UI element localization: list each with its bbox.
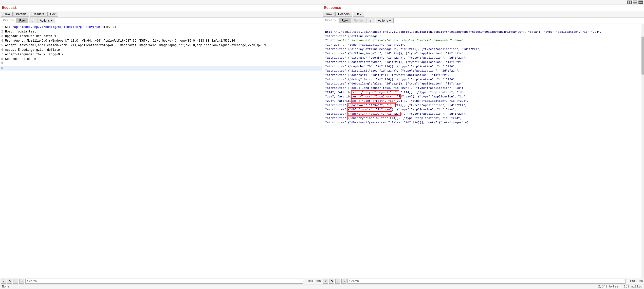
response-search-next[interactable]: → bbox=[341, 279, 346, 284]
minimize-icon[interactable] bbox=[638, 1, 643, 4]
svg-rect-0 bbox=[628, 1, 629, 4]
request-actions-chevron: ▼ bbox=[50, 19, 53, 22]
request-line-1: 1 GET /api/index.php/v1/config/applicati… bbox=[0, 25, 322, 29]
svg-rect-1 bbox=[630, 1, 631, 4]
request-search-help[interactable]: ? bbox=[1, 279, 6, 284]
request-matches-count: 0 matches bbox=[304, 279, 321, 283]
response-text: http:\/\/joomla.test\/api\/index.php\/v1… bbox=[323, 25, 644, 134]
response-pretty-label: Pretty bbox=[323, 18, 338, 23]
response-search-input[interactable] bbox=[347, 279, 625, 284]
request-mode-newline[interactable]: \n bbox=[29, 18, 37, 23]
request-tab-headers[interactable]: Headers bbox=[30, 12, 47, 17]
response-scrollbar-thumb bbox=[641, 37, 644, 75]
request-line-9: 9 bbox=[0, 61, 322, 66]
request-line-4: 4 User-Agent: Mozilla/5.0 (Windows NT 10… bbox=[0, 39, 322, 43]
split-icon[interactable] bbox=[633, 1, 637, 4]
response-tab-headers[interactable]: Headers bbox=[335, 12, 352, 17]
response-tab-hex[interactable]: Hex bbox=[353, 12, 364, 17]
request-search-bar: ? ⚙ ← → 0 matches bbox=[0, 278, 322, 284]
response-title: Response bbox=[322, 5, 644, 11]
response-search-help[interactable]: ? bbox=[323, 279, 328, 284]
request-panel: Request Raw Params Headers Hex Pretty Ra… bbox=[0, 5, 322, 284]
response-content[interactable]: http:\/\/joomla.test\/api\/index.php\/v1… bbox=[322, 24, 644, 278]
request-line-5: 5 Accept: text/html,application/xhtml+xm… bbox=[0, 43, 322, 48]
response-search-settings[interactable]: ⚙ bbox=[329, 279, 334, 284]
request-search-settings[interactable]: ⚙ bbox=[7, 279, 12, 284]
request-search-input[interactable] bbox=[25, 279, 303, 284]
status-left: None bbox=[2, 285, 9, 288]
response-search-bar: ? ⚙ ← → 0 matches bbox=[322, 278, 644, 284]
request-search-prev[interactable]: ← bbox=[13, 279, 18, 284]
response-mode-render[interactable]: Render bbox=[351, 18, 366, 23]
request-line-6: 6 Accept-Encoding: gzip, deflate bbox=[0, 48, 322, 52]
request-pretty-label: Pretty bbox=[1, 18, 16, 23]
request-tabs: Raw Params Headers Hex bbox=[0, 11, 322, 18]
request-line-10: 0 | bbox=[0, 66, 322, 71]
request-mode-tabs: Pretty Raw \n Actions ▼ bbox=[0, 18, 322, 24]
response-scrollbar[interactable] bbox=[641, 24, 644, 278]
svg-rect-4 bbox=[639, 2, 642, 3]
request-line-7: 7 Accept-Language: zh-CN, zh;q=0.9 bbox=[0, 52, 322, 57]
request-content[interactable]: 1 GET /api/index.php/v1/config/applicati… bbox=[0, 24, 322, 278]
request-tab-params[interactable]: Params bbox=[13, 12, 29, 17]
response-tabs: Raw Headers Hex bbox=[322, 11, 644, 18]
response-tab-raw[interactable]: Raw bbox=[323, 12, 335, 17]
response-search-prev[interactable]: ← bbox=[335, 279, 340, 284]
response-mode-newline[interactable]: \n bbox=[367, 18, 375, 23]
response-actions-chevron: ▼ bbox=[389, 19, 391, 22]
status-right: 2,549 bytes | 163 millis bbox=[598, 285, 642, 288]
svg-rect-3 bbox=[633, 3, 637, 4]
request-mode-raw[interactable]: Raw bbox=[16, 18, 28, 23]
request-title: Request bbox=[0, 5, 322, 11]
response-panel: Response Raw Headers Hex Pretty Raw Rend… bbox=[322, 5, 644, 284]
request-actions-button[interactable]: Actions ▼ bbox=[38, 18, 55, 23]
status-bar: None 2,549 bytes | 163 millis bbox=[0, 284, 644, 289]
request-line-2: 2 Host: joomla.test bbox=[0, 29, 322, 34]
request-line-8: 8 Connection: close bbox=[0, 57, 322, 61]
response-actions-button[interactable]: Actions ▼ bbox=[376, 18, 393, 23]
request-tab-raw[interactable]: Raw bbox=[1, 12, 13, 17]
request-line-3: 3 Upgrade-Insecure-Requests: 1 bbox=[0, 34, 322, 39]
request-tab-hex[interactable]: Hex bbox=[47, 12, 58, 17]
top-bar bbox=[0, 0, 644, 5]
response-mode-raw[interactable]: Raw bbox=[339, 18, 351, 23]
response-mode-tabs: Pretty Raw Render \n Actions ▼ bbox=[322, 18, 644, 24]
svg-rect-2 bbox=[633, 1, 637, 2]
request-search-next[interactable]: → bbox=[19, 279, 24, 284]
layout-icon[interactable] bbox=[627, 1, 632, 4]
response-matches-count: 0 matches bbox=[627, 279, 643, 283]
